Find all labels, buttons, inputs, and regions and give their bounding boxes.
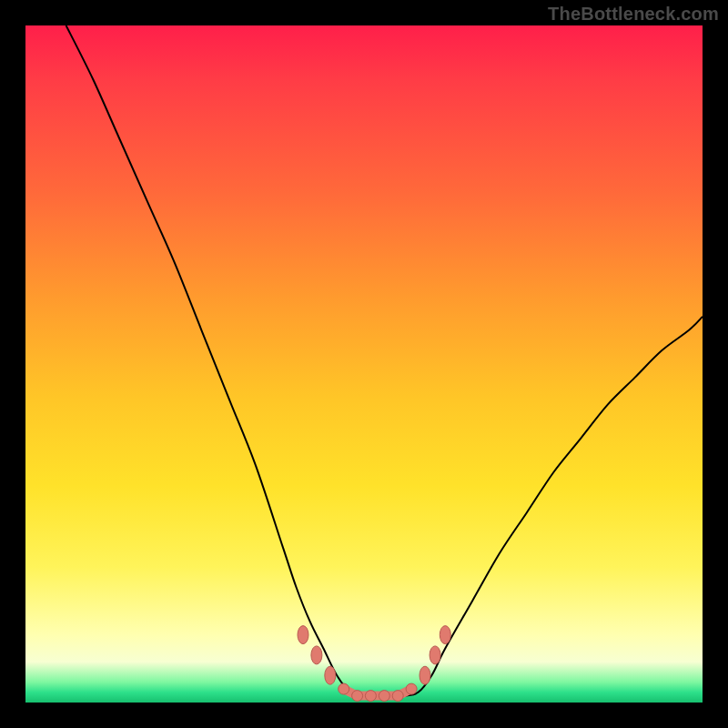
- optimal-marker: [440, 626, 450, 644]
- bottleneck-curve: [66, 25, 703, 696]
- curve-layer: [25, 25, 703, 703]
- optimal-marker: [379, 691, 389, 702]
- optimal-marker: [298, 626, 308, 644]
- watermark-text: TheBottleneck.com: [548, 4, 719, 25]
- optimal-marker: [325, 666, 336, 684]
- outer-frame: TheBottleneck.com: [0, 0, 728, 728]
- optimal-marker: [420, 666, 430, 684]
- optimal-marker: [311, 646, 322, 664]
- optimal-range-markers: [298, 626, 450, 702]
- optimal-marker: [406, 683, 417, 694]
- optimal-marker: [352, 691, 363, 702]
- optimal-marker: [392, 691, 403, 702]
- optimal-marker: [365, 691, 376, 702]
- optimal-marker: [339, 683, 349, 694]
- optimal-marker: [430, 646, 440, 664]
